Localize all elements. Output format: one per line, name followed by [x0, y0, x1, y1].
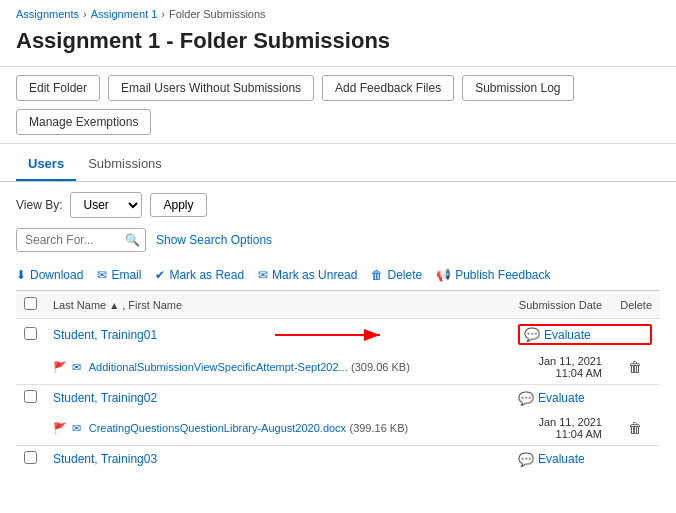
breadcrumb: Assignments › Assignment 1 › Folder Subm…	[0, 0, 676, 24]
flag-icon-2: 🚩	[53, 422, 67, 434]
evaluate-button-2[interactable]: 💬 Evaluate	[518, 391, 652, 406]
breadcrumb-assignments[interactable]: Assignments	[16, 8, 79, 20]
row-checkbox-cell	[16, 319, 45, 351]
red-arrow-svg	[385, 323, 585, 347]
table-row: Student, Training03 💬 Evaluate	[16, 446, 660, 473]
student-name-link[interactable]: Student, Training01	[53, 328, 157, 342]
student-name-cell-2: Student, Training02	[45, 385, 510, 412]
file-link-2[interactable]: CreatingQuestionsQuestionLibrary-August2…	[89, 422, 346, 434]
file-delete-icon-1[interactable]: 🗑	[628, 359, 642, 375]
file-delete-cell-2: 🗑	[610, 411, 660, 446]
publish-label: Publish Feedback	[455, 268, 550, 282]
file-indent-cell-2	[16, 411, 45, 446]
page-title: Assignment 1 - Folder Submissions	[0, 24, 676, 66]
table-row: 🚩 ✉ CreatingQuestionsQuestionLibrary-Aug…	[16, 411, 660, 446]
file-indent-cell	[16, 350, 45, 385]
row-checkbox-3[interactable]	[24, 451, 37, 464]
search-input-wrap: 🔍	[16, 228, 146, 252]
mark-read-label: Mark as Read	[169, 268, 244, 282]
file-delete-cell-1: 🗑	[610, 350, 660, 385]
view-by-label: View By:	[16, 198, 62, 212]
email-icon: ✉	[97, 268, 107, 282]
student-name-link-3[interactable]: Student, Training03	[53, 452, 157, 466]
file-time-text-2: 11:04 AM	[518, 428, 602, 440]
evaluate-chat-icon-2: 💬	[518, 391, 534, 406]
delete-header: Delete	[610, 291, 660, 319]
tab-submissions[interactable]: Submissions	[76, 148, 174, 181]
download-icon: ⬇	[16, 268, 26, 282]
evaluate-label-3: Evaluate	[538, 452, 585, 466]
evaluate-label-2: Evaluate	[538, 391, 585, 405]
edit-folder-button[interactable]: Edit Folder	[16, 75, 100, 101]
file-size-2: (399.16 KB)	[349, 422, 408, 434]
email-users-button[interactable]: Email Users Without Submissions	[108, 75, 314, 101]
file-time-text-1: 11:04 AM	[518, 367, 602, 379]
show-search-options-link[interactable]: Show Search Options	[156, 233, 272, 247]
row-checkbox-2[interactable]	[24, 390, 37, 403]
evaluate-button-3[interactable]: 💬 Evaluate	[518, 452, 652, 467]
tabs: Users Submissions	[0, 148, 676, 182]
add-feedback-button[interactable]: Add Feedback Files	[322, 75, 454, 101]
email-button[interactable]: ✉ Email	[97, 268, 141, 282]
file-date-2: Jan 11, 2021 11:04 AM	[510, 411, 610, 446]
row-checkbox-cell-2	[16, 385, 45, 412]
file-size-1: (309.06 KB)	[351, 361, 410, 373]
toolbar: Edit Folder Email Users Without Submissi…	[0, 66, 676, 144]
evaluate-chat-icon-3: 💬	[518, 452, 534, 467]
search-icon: 🔍	[125, 233, 140, 247]
table-container: Last Name ▲ , First Name Submission Date…	[16, 290, 660, 472]
search-row: 🔍 Show Search Options	[0, 224, 676, 262]
download-label: Download	[30, 268, 83, 282]
table-wrap: Last Name ▲ , First Name Submission Date…	[0, 290, 676, 472]
file-email-icon: ✉	[72, 361, 81, 373]
view-by-row: View By: User Group Apply	[0, 182, 676, 224]
student-name-link-2[interactable]: Student, Training02	[53, 391, 157, 405]
tab-users[interactable]: Users	[16, 148, 76, 181]
download-button[interactable]: ⬇ Download	[16, 268, 83, 282]
file-delete-icon-2[interactable]: 🗑	[628, 420, 642, 436]
evaluate-cell-1: 💬 Evaluate	[510, 319, 660, 351]
breadcrumb-current: Folder Submissions	[169, 8, 266, 20]
file-cell-2: 🚩 ✉ CreatingQuestionsQuestionLibrary-Aug…	[45, 411, 510, 446]
mark-as-unread-button[interactable]: ✉ Mark as Unread	[258, 268, 357, 282]
publish-icon: 📢	[436, 268, 451, 282]
table-row: Student, Training02 💬 Evaluate	[16, 385, 660, 412]
manage-exemptions-button[interactable]: Manage Exemptions	[16, 109, 151, 135]
name-column-header: Last Name ▲ , First Name	[45, 291, 510, 319]
select-all-header	[16, 291, 45, 319]
file-date-1: Jan 11, 2021 11:04 AM	[510, 350, 610, 385]
delete-label: Delete	[387, 268, 422, 282]
mark-unread-icon: ✉	[258, 268, 268, 282]
row-checkbox[interactable]	[24, 327, 37, 340]
table-row: Student, Training01	[16, 319, 660, 351]
file-link-1[interactable]: AdditionalSubmissionViewSpecificAttempt-…	[89, 361, 348, 373]
flag-icon: 🚩	[53, 361, 67, 373]
delete-icon: 🗑	[371, 268, 383, 282]
apply-button[interactable]: Apply	[150, 193, 206, 217]
mark-unread-label: Mark as Unread	[272, 268, 357, 282]
select-all-checkbox[interactable]	[24, 297, 37, 310]
file-email-icon-2: ✉	[72, 422, 81, 434]
email-label: Email	[111, 268, 141, 282]
student-name-cell-3: Student, Training03	[45, 446, 510, 473]
publish-feedback-button[interactable]: 📢 Publish Feedback	[436, 268, 550, 282]
action-bar: ⬇ Download ✉ Email ✔ Mark as Read ✉ Mark…	[0, 262, 676, 290]
file-cell-1: 🚩 ✉ AdditionalSubmissionViewSpecificAtte…	[45, 350, 510, 385]
delete-button[interactable]: 🗑 Delete	[371, 268, 422, 282]
mark-as-read-button[interactable]: ✔ Mark as Read	[155, 268, 244, 282]
file-date-text-2: Jan 11, 2021	[518, 416, 602, 428]
submission-date-header: Submission Date	[510, 291, 610, 319]
evaluate-cell-2: 💬 Evaluate	[510, 385, 660, 412]
table-row: 🚩 ✉ AdditionalSubmissionViewSpecificAtte…	[16, 350, 660, 385]
row-checkbox-cell-3	[16, 446, 45, 473]
evaluate-cell-3: 💬 Evaluate	[510, 446, 660, 473]
submission-log-button[interactable]: Submission Log	[462, 75, 573, 101]
submissions-table: Last Name ▲ , First Name Submission Date…	[16, 290, 660, 472]
mark-read-icon: ✔	[155, 268, 165, 282]
view-by-select[interactable]: User Group	[70, 192, 142, 218]
breadcrumb-assignment1[interactable]: Assignment 1	[91, 8, 158, 20]
file-date-text-1: Jan 11, 2021	[518, 355, 602, 367]
